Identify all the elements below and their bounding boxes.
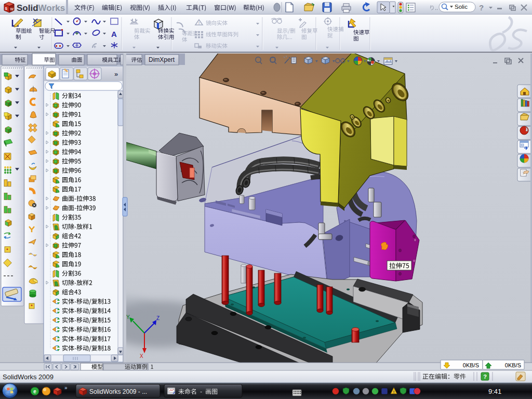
svg-text:?: ?	[479, 3, 484, 12]
svg-text:0KB/S: 0KB/S	[463, 362, 479, 368]
svg-text:Y: Y	[126, 314, 130, 320]
svg-text:DimXpert: DimXpert	[149, 56, 175, 63]
svg-text:?: ?	[483, 374, 487, 380]
svg-text:S: S	[5, 7, 8, 10]
svg-text:A: A	[111, 30, 117, 38]
svg-text:»: »	[64, 385, 68, 391]
svg-text:»: »	[114, 70, 118, 78]
svg-text:0KB/S: 0KB/S	[505, 362, 521, 368]
svg-text:SolidWorks 2009: SolidWorks 2009	[3, 373, 54, 381]
svg-text:9:41: 9:41	[488, 388, 501, 395]
svg-text:Solic: Solic	[455, 4, 468, 10]
svg-text:!: !	[198, 21, 200, 25]
svg-text:!: !	[393, 390, 395, 394]
svg-text:e: e	[33, 389, 36, 394]
svg-text:SolidWorks: SolidWorks	[17, 3, 65, 13]
svg-text:*: *	[31, 303, 33, 309]
svg-text:W: W	[10, 7, 14, 11]
svg-text:*: *	[6, 247, 8, 252]
svg-text:X: X	[140, 353, 143, 359]
svg-text:SolidWorks 2009 - ...: SolidWorks 2009 - ...	[89, 388, 147, 395]
svg-text:Z: Z	[156, 315, 159, 321]
